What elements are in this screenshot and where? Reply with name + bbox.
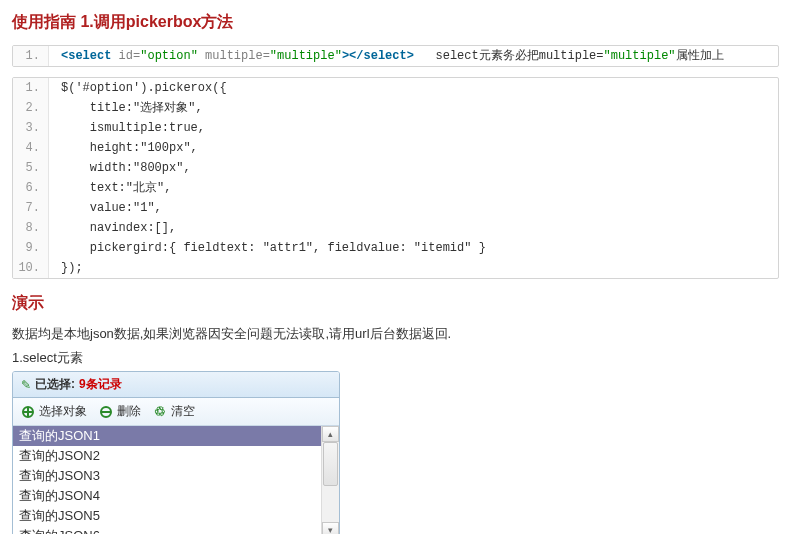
code-text: pickergird:{ fieldtext: "attr1", fieldva… (49, 238, 778, 258)
code-text: ismultiple:true, (49, 118, 778, 138)
code-text: title:"选择对象", (49, 98, 778, 118)
tag-open: <select (61, 49, 111, 63)
selected-count: 9条记录 (79, 376, 122, 393)
attr-mult: multiple= (198, 49, 270, 63)
line-number: 1. (13, 78, 49, 98)
plus-icon (21, 405, 35, 419)
scroll-thumb[interactable] (323, 442, 338, 486)
list-item[interactable]: 查询的JSON3 (13, 466, 321, 486)
minus-icon (99, 405, 113, 419)
code-line: 4. height:"100px", (13, 138, 778, 158)
code-line: 6. text:"北京", (13, 178, 778, 198)
line-number: 8. (13, 218, 49, 238)
line-number: 1. (13, 46, 49, 66)
demo-title: 演示 (12, 293, 779, 314)
code-line: 1.$('#option').pickerox({ (13, 78, 778, 98)
select-button[interactable]: 选择对象 (21, 403, 87, 420)
scroll-down-button[interactable]: ▾ (322, 522, 339, 534)
code-text: $('#option').pickerox({ (49, 78, 778, 98)
clear-button[interactable]: ♲ 清空 (153, 403, 195, 420)
trail-text-b: 属性加上 (676, 49, 724, 63)
val-mult: "multiple" (270, 49, 342, 63)
picker-toolbar: 选择对象 删除 ♲ 清空 (13, 398, 339, 426)
recycle-icon: ♲ (153, 405, 167, 419)
code-text: width:"800px", (49, 158, 778, 178)
line-number: 2. (13, 98, 49, 118)
pencil-icon: ✎ (21, 378, 31, 392)
code-line: 2. title:"选择对象", (13, 98, 778, 118)
code-line: 10.}); (13, 258, 778, 278)
line-number: 10. (13, 258, 49, 278)
trail-val: "multiple" (604, 49, 676, 63)
trail-text-a: select元素务必把multiple= (414, 49, 604, 63)
select-label: 选择对象 (39, 403, 87, 420)
code-text: text:"北京", (49, 178, 778, 198)
code-line: 3. ismultiple:true, (13, 118, 778, 138)
attr-id: id= (111, 49, 140, 63)
code-line: 8. navindex:[], (13, 218, 778, 238)
list-item[interactable]: 查询的JSON6 (13, 526, 321, 534)
list-item[interactable]: 查询的JSON4 (13, 486, 321, 506)
clear-label: 清空 (171, 403, 195, 420)
demo-sub-1: 1.select元素 (12, 348, 779, 368)
code-text: height:"100px", (49, 138, 778, 158)
picker-widget: ✎ 已选择:9条记录 选择对象 删除 ♲ 清空 查询的JSON1查询的JSON2… (12, 371, 340, 534)
line-number: 6. (13, 178, 49, 198)
val-id: "option" (140, 49, 198, 63)
picker-list-inner[interactable]: 查询的JSON1查询的JSON2查询的JSON3查询的JSON4查询的JSON5… (13, 426, 321, 534)
code-line: 5. width:"800px", (13, 158, 778, 178)
code-text: <select id="option" multiple="multiple">… (49, 46, 778, 66)
line-number: 4. (13, 138, 49, 158)
delete-button[interactable]: 删除 (99, 403, 141, 420)
scroll-up-button[interactable]: ▴ (322, 426, 339, 442)
code-line: 7. value:"1", (13, 198, 778, 218)
code-block-select: 1. <select id="option" multiple="multipl… (12, 45, 779, 67)
code-line: 1. <select id="option" multiple="multipl… (13, 46, 778, 66)
code-line: 9. pickergird:{ fieldtext: "attr1", fiel… (13, 238, 778, 258)
tag-close: ></select> (342, 49, 414, 63)
code-text: navindex:[], (49, 218, 778, 238)
code-block-init: 1.$('#option').pickerox({2. title:"选择对象"… (12, 77, 779, 279)
selected-label: 已选择: (35, 376, 75, 393)
demo-note: 数据均是本地json数据,如果浏览器因安全问题无法读取,请用url后台数据返回. (12, 324, 779, 344)
scrollbar[interactable]: ▴ ▾ (321, 426, 339, 534)
line-number: 7. (13, 198, 49, 218)
page-title: 使用指南 1.调用pickerbox方法 (12, 12, 779, 33)
list-item[interactable]: 查询的JSON1 (13, 426, 321, 446)
line-number: 3. (13, 118, 49, 138)
picker-header: ✎ 已选择:9条记录 (13, 372, 339, 398)
code-text: value:"1", (49, 198, 778, 218)
list-item[interactable]: 查询的JSON2 (13, 446, 321, 466)
line-number: 9. (13, 238, 49, 258)
line-number: 5. (13, 158, 49, 178)
list-item[interactable]: 查询的JSON5 (13, 506, 321, 526)
picker-list: 查询的JSON1查询的JSON2查询的JSON3查询的JSON4查询的JSON5… (13, 426, 339, 534)
code-text: }); (49, 258, 778, 278)
scroll-track[interactable] (322, 442, 339, 522)
delete-label: 删除 (117, 403, 141, 420)
